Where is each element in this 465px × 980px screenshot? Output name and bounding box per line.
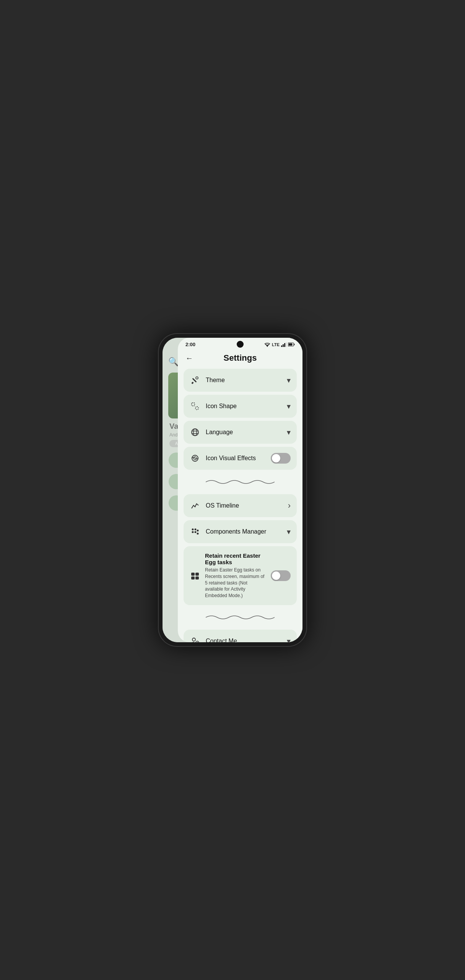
settings-item-retain-tasks[interactable]: Retain recent Easter Egg tasks Retain Ea… — [184, 546, 297, 605]
svg-rect-28 — [195, 576, 199, 580]
language-icon — [190, 427, 200, 438]
contact-me-icon — [190, 636, 200, 642]
os-timeline-label: OS Timeline — [206, 502, 288, 509]
os-timeline-chevron: › — [288, 501, 291, 511]
contact-me-chevron: ▾ — [287, 637, 291, 642]
components-manager-label: Components Manager — [206, 528, 287, 535]
components-manager-icon — [190, 526, 200, 537]
settings-item-components-manager[interactable]: Components Manager ▾ — [184, 520, 297, 543]
icon-visual-effects-toggle[interactable] — [271, 453, 291, 464]
svg-rect-4 — [286, 342, 286, 347]
settings-item-icon-shape[interactable]: Icon Shape ▾ — [184, 395, 297, 418]
language-label: Language — [206, 429, 287, 436]
retain-tasks-icon — [190, 570, 200, 581]
toggle-knob — [272, 454, 280, 462]
svg-point-24 — [197, 533, 199, 535]
status-time: 2:00 — [185, 342, 195, 347]
back-button[interactable]: ← — [185, 354, 198, 363]
language-chevron: ▾ — [287, 428, 291, 437]
retain-tasks-text: Retain recent Easter Egg tasks Retain Ea… — [205, 552, 266, 599]
svg-point-22 — [195, 531, 197, 533]
settings-item-contact-me[interactable]: Contact Me ▾ — [184, 630, 297, 642]
contact-me-label: Contact Me — [206, 638, 287, 642]
theme-label: Theme — [206, 377, 287, 384]
page-title: Settings — [198, 353, 283, 363]
theme-chevron: ▾ — [287, 376, 291, 385]
icon-shape-icon — [190, 401, 200, 412]
svg-point-20 — [195, 529, 197, 531]
svg-rect-1 — [281, 345, 282, 347]
settings-item-icon-visual-effects[interactable]: Icon Visual Effects — [184, 447, 297, 470]
status-icons: LTE — [264, 342, 295, 347]
svg-rect-8 — [191, 382, 193, 384]
svg-rect-6 — [294, 344, 295, 345]
svg-point-29 — [192, 638, 195, 641]
svg-rect-27 — [191, 576, 195, 580]
settings-item-os-timeline[interactable]: OS Timeline › — [184, 494, 297, 517]
retain-tasks-toggle[interactable] — [271, 570, 291, 581]
wifi-icon — [264, 342, 270, 347]
svg-point-19 — [192, 529, 194, 531]
wavy-divider-1 — [184, 474, 297, 490]
svg-rect-7 — [289, 343, 293, 346]
svg-rect-2 — [283, 344, 284, 347]
settings-header: ← Settings — [178, 349, 302, 369]
svg-rect-11 — [192, 403, 195, 406]
icon-visual-effects-icon — [190, 453, 200, 464]
svg-point-21 — [192, 531, 194, 533]
svg-point-23 — [197, 530, 199, 532]
os-timeline-icon — [190, 500, 200, 511]
settings-list: Theme ▾ Icon Shape ▾ — [178, 369, 302, 642]
camera-hole — [237, 341, 244, 348]
phone-frame: 🔍 Va Andr APP An Andr Pa Andr — [158, 333, 307, 647]
svg-point-14 — [193, 429, 197, 436]
settings-item-theme[interactable]: Theme ▾ — [184, 369, 297, 392]
settings-item-language[interactable]: Language ▾ — [184, 421, 297, 444]
icon-shape-label: Icon Shape — [206, 403, 287, 410]
icon-visual-effects-label: Icon Visual Effects — [206, 455, 271, 462]
components-manager-chevron: ▾ — [287, 527, 291, 536]
theme-icon — [190, 375, 200, 386]
icon-shape-chevron: ▾ — [287, 402, 291, 411]
wavy-line-2 — [206, 613, 275, 622]
svg-rect-26 — [195, 573, 199, 576]
status-bar: 2:00 LTE — [178, 338, 302, 349]
svg-point-10 — [196, 377, 198, 379]
lte-label: LTE — [272, 342, 280, 347]
battery-icon — [288, 342, 295, 347]
svg-point-13 — [192, 429, 198, 436]
wavy-line-1 — [206, 477, 275, 487]
retain-tasks-title: Retain recent Easter Egg tasks — [205, 552, 266, 565]
signal-icon — [281, 342, 286, 347]
wavy-divider-2 — [184, 610, 297, 625]
svg-point-0 — [267, 346, 268, 347]
svg-rect-12 — [195, 407, 198, 410]
retain-tasks-desc: Retain Easter Egg tasks on Recents scree… — [205, 567, 266, 599]
settings-overlay: 2:00 LTE — [178, 338, 302, 642]
retain-tasks-toggle-knob — [272, 571, 280, 580]
phone-screen: 🔍 Va Andr APP An Andr Pa Andr — [163, 338, 302, 642]
svg-rect-25 — [191, 573, 195, 576]
svg-rect-3 — [284, 343, 285, 347]
